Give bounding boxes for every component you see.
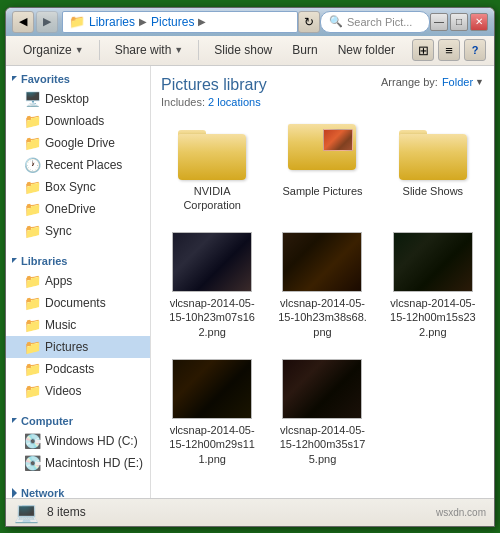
image-3-label: vlcsnap-2014-05-15-12h00m15s232.png	[388, 296, 478, 339]
forward-button[interactable]: ▶	[36, 11, 58, 33]
pictures-icon: 📁	[24, 339, 40, 355]
search-placeholder: Search Pict...	[347, 16, 412, 28]
close-button[interactable]: ✕	[470, 13, 488, 31]
windows-hd-label: Windows HD (C:)	[45, 434, 138, 448]
network-section: Network	[6, 484, 150, 498]
minimize-button[interactable]: —	[430, 13, 448, 31]
sidebar: Favorites 🖥️ Desktop 📁 Downloads 📁 Googl…	[6, 66, 151, 498]
image-1-label: vlcsnap-2014-05-15-10h23m07s162.png	[167, 296, 257, 339]
sidebar-item-onedrive[interactable]: 📁 OneDrive	[6, 198, 150, 220]
content-title-group: Pictures library Includes: 2 locations	[161, 76, 267, 108]
windows-hd-icon: 💽	[24, 433, 40, 449]
sidebar-item-videos[interactable]: 📁 Videos	[6, 380, 150, 402]
organize-label: Organize	[23, 43, 72, 57]
thumb-3	[393, 232, 473, 292]
image-vlcsnap-2[interactable]: vlcsnap-2014-05-15-10h23m38s68.png	[271, 226, 373, 345]
thumb-4	[172, 359, 252, 419]
organize-button[interactable]: Organize ▼	[14, 38, 93, 62]
path-pictures: Pictures	[151, 15, 194, 29]
favorites-label: Favorites	[21, 73, 70, 85]
path-sep1: ▶	[139, 16, 147, 27]
refresh-button[interactable]: ↻	[298, 11, 320, 33]
sidebar-item-box-sync[interactable]: 📁 Box Sync	[6, 176, 150, 198]
sidebar-item-downloads[interactable]: 📁 Downloads	[6, 110, 150, 132]
computer-section: Computer 💽 Windows HD (C:) 💽 Macintosh H…	[6, 412, 150, 474]
content-area: Pictures library Includes: 2 locations A…	[151, 66, 494, 498]
sidebar-item-apps[interactable]: 📁 Apps	[6, 270, 150, 292]
toolbar-sep1	[99, 40, 100, 60]
favorites-header[interactable]: Favorites	[6, 70, 150, 88]
recent-label: Recent Places	[45, 158, 122, 172]
locations-link[interactable]: 2 locations	[208, 96, 261, 108]
slideshow-label: Slide show	[214, 43, 272, 57]
toolbar: Organize ▼ Share with ▼ Slide show Burn …	[6, 36, 494, 66]
box-sync-label: Box Sync	[45, 180, 96, 194]
status-computer-icon: 💻	[14, 500, 39, 524]
documents-icon: 📁	[24, 295, 40, 311]
google-drive-label: Google Drive	[45, 136, 115, 150]
help-button[interactable]: ?	[464, 39, 486, 61]
arrange-value: Folder	[442, 76, 473, 88]
sidebar-item-pictures[interactable]: 📁 Pictures	[6, 336, 150, 358]
sidebar-item-documents[interactable]: 📁 Documents	[6, 292, 150, 314]
sidebar-item-music[interactable]: 📁 Music	[6, 314, 150, 336]
folder-sample-pictures[interactable]: Sample Pictures	[271, 118, 373, 219]
path-sep2: ▶	[198, 16, 206, 27]
image-vlcsnap-1[interactable]: vlcsnap-2014-05-15-10h23m07s162.png	[161, 226, 263, 345]
toolbar-sep2	[198, 40, 199, 60]
libraries-label: Libraries	[21, 255, 67, 267]
videos-label: Videos	[45, 384, 81, 398]
search-box[interactable]: 🔍 Search Pict...	[320, 11, 430, 33]
image-vlcsnap-4[interactable]: vlcsnap-2014-05-15-12h00m29s111.png	[161, 353, 263, 472]
folder-slide-shows[interactable]: Slide Shows	[382, 118, 484, 219]
sidebar-item-mac-hd[interactable]: 💽 Macintosh HD (E:)	[6, 452, 150, 474]
sidebar-item-recent[interactable]: 🕐 Recent Places	[6, 154, 150, 176]
sidebar-item-podcasts[interactable]: 📁 Podcasts	[6, 358, 150, 380]
view-list-button[interactable]: ≡	[438, 39, 460, 61]
favorites-section: Favorites 🖥️ Desktop 📁 Downloads 📁 Googl…	[6, 70, 150, 242]
new-folder-button[interactable]: New folder	[329, 38, 404, 62]
documents-label: Documents	[45, 296, 106, 310]
new-folder-label: New folder	[338, 43, 395, 57]
box-sync-icon: 📁	[24, 179, 40, 195]
path-libraries: Libraries	[89, 15, 135, 29]
thumb-2	[282, 232, 362, 292]
apps-icon: 📁	[24, 273, 40, 289]
sidebar-item-sync[interactable]: 📁 Sync	[6, 220, 150, 242]
address-path[interactable]: 📁 Libraries ▶ Pictures ▶	[62, 11, 298, 33]
image-vlcsnap-3[interactable]: vlcsnap-2014-05-15-12h00m15s232.png	[382, 226, 484, 345]
pictures-label: Pictures	[45, 340, 88, 354]
network-triangle	[12, 488, 17, 498]
videos-icon: 📁	[24, 383, 40, 399]
burn-button[interactable]: Burn	[283, 38, 326, 62]
subtitle-prefix: Includes:	[161, 96, 208, 108]
share-with-button[interactable]: Share with ▼	[106, 38, 193, 62]
sidebar-item-desktop[interactable]: 🖥️ Desktop	[6, 88, 150, 110]
share-chevron: ▼	[174, 45, 183, 55]
sample-folder-label: Sample Pictures	[282, 184, 362, 198]
computer-header[interactable]: Computer	[6, 412, 150, 430]
folder-nvidia[interactable]: NVIDIACorporation	[161, 118, 263, 219]
back-button[interactable]: ◀	[12, 11, 34, 33]
sync-label: Sync	[45, 224, 72, 238]
image-vlcsnap-5[interactable]: vlcsnap-2014-05-15-12h00m35s175.png	[271, 353, 373, 472]
library-subtitle: Includes: 2 locations	[161, 96, 267, 108]
maximize-button[interactable]: □	[450, 13, 468, 31]
music-label: Music	[45, 318, 76, 332]
view-button[interactable]: ⊞	[412, 39, 434, 61]
sidebar-item-windows-hd[interactable]: 💽 Windows HD (C:)	[6, 430, 150, 452]
podcasts-label: Podcasts	[45, 362, 94, 376]
image-2-label: vlcsnap-2014-05-15-10h23m38s68.png	[277, 296, 367, 339]
thumb-5	[282, 359, 362, 419]
recent-icon: 🕐	[24, 157, 40, 173]
arrange-folder-button[interactable]: Folder ▼	[442, 76, 484, 88]
sidebar-item-google-drive[interactable]: 📁 Google Drive	[6, 132, 150, 154]
libraries-header[interactable]: Libraries	[6, 252, 150, 270]
share-label: Share with	[115, 43, 172, 57]
slide-show-button[interactable]: Slide show	[205, 38, 281, 62]
mac-hd-icon: 💽	[24, 455, 40, 471]
network-header[interactable]: Network	[6, 484, 150, 498]
organize-chevron: ▼	[75, 45, 84, 55]
downloads-label: Downloads	[45, 114, 104, 128]
title-bar: ◀ ▶ 📁 Libraries ▶ Pictures ▶ ↻ 🔍 Search …	[6, 8, 494, 36]
